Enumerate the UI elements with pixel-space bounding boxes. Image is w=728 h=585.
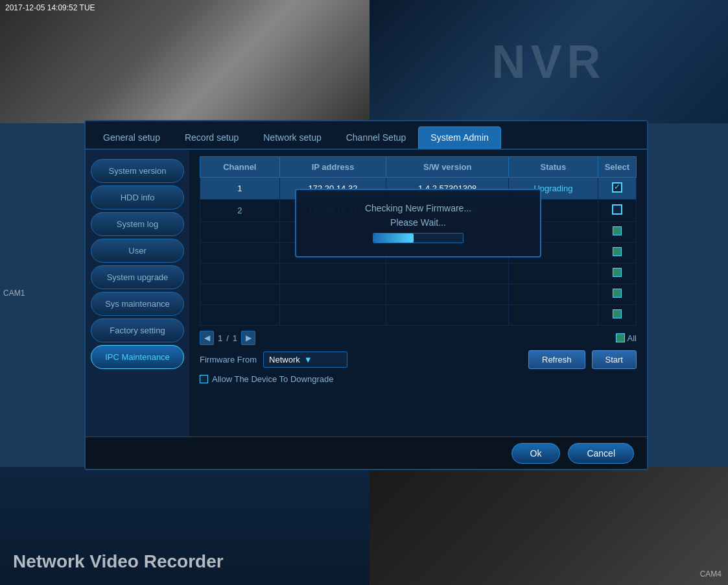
table-cell-status-4 [509,263,598,284]
refresh-button[interactable]: Refresh [528,350,585,369]
dialog-footer: Ok Cancel [86,436,647,469]
col-header-status: Status [509,157,598,178]
checking-message-line1: Checking New Firmware... [309,203,527,213]
firmware-checking-overlay: Checking New Firmware... Please Wait... [295,189,541,257]
camera-feed-bottom-right: CAM4 [370,467,728,585]
row-checkbox-1[interactable] [612,204,622,215]
table-cell-channel-0: 1 [200,178,280,200]
tab-system-admin[interactable]: System Admin [418,126,500,149]
page-separator: / [226,333,229,343]
timestamp: 2017-12-05 14:09:52 TUE [5,3,95,12]
table-cell-sw-5 [386,284,509,305]
table-cell-select-6[interactable] [598,305,636,326]
firmware-from-label: Firmware From [200,355,257,364]
tab-network-setup[interactable]: Network setup [251,126,333,149]
row-teal-checkbox-4[interactable] [613,268,622,277]
col-header-ip: IP address [279,157,386,178]
firmware-from-row: Firmware From Network ▼ Refresh Start [200,350,637,369]
row-checkbox-0[interactable] [612,182,622,193]
table-cell-channel-4 [200,263,280,284]
table-cell-sw-4 [386,263,509,284]
all-checkbox[interactable] [616,333,625,342]
sidebar-item-sys-maintenance[interactable]: Sys maintenance [91,292,184,316]
tab-bar: General setup Record setup Network setup… [86,121,647,150]
sidebar-item-factory-setting[interactable]: Factory setting [91,318,184,342]
progress-bar-container [373,233,464,243]
row-teal-checkbox-6[interactable] [613,309,622,318]
sidebar-item-hdd-info[interactable]: HDD info [91,185,184,209]
table-cell-status-6 [509,305,598,326]
sidebar-item-user[interactable]: User [91,239,184,263]
table-cell-select-5[interactable] [598,284,636,305]
camera-feed-top-right: NVR [370,0,728,123]
pagination: ◀ 1 / 1 ▶ All [200,331,637,345]
progress-bar-fill [373,233,414,243]
cancel-button[interactable]: Cancel [568,443,634,464]
col-header-select: Select [598,157,636,178]
checking-message-line2: Please Wait... [309,217,527,228]
row-teal-checkbox-3[interactable] [613,247,622,256]
row-teal-checkbox-2[interactable] [613,226,622,235]
tab-channel-setup[interactable]: Channel Setup [334,126,419,149]
table-cell-channel-2 [200,222,280,243]
prev-page-button[interactable]: ◀ [200,331,214,345]
nvr-logo: NVR [491,35,605,88]
downgrade-checkbox[interactable] [200,375,208,383]
table-cell-channel-3 [200,243,280,263]
total-pages: 1 [233,333,237,343]
next-page-button[interactable]: ▶ [241,331,255,345]
tab-general-setup[interactable]: General setup [91,126,172,149]
downgrade-row: Allow The Device To Downgrade [200,374,637,384]
content-area: Channel IP address S/W version Status Se… [189,150,647,464]
current-page: 1 [218,333,222,343]
table-cell-channel-1: 2 [200,200,280,222]
sidebar-item-system-version[interactable]: System version [91,159,184,183]
table-cell-select-4[interactable] [598,263,636,284]
downgrade-label: Allow The Device To Downgrade [212,374,333,384]
all-label: All [628,333,637,343]
sidebar-item-system-log[interactable]: System log [91,212,184,236]
cam1-label: CAM1 [3,289,25,298]
col-header-sw: S/W version [386,157,509,178]
main-dialog: General setup Record setup Network setup… [84,120,648,470]
table-cell-ip-4 [279,263,386,284]
row-teal-checkbox-5[interactable] [613,289,622,298]
dialog-body: System version HDD info System log User … [86,150,647,464]
table-cell-channel-5 [200,284,280,305]
camera-feed-bottom-left: Network Video Recorder [0,467,370,585]
col-header-channel: Channel [200,157,280,178]
table-cell-select-3[interactable] [598,243,636,263]
ok-button[interactable]: Ok [511,443,561,464]
sidebar-item-ipc-maintenance[interactable]: IPC Maintenance [91,345,184,369]
table-cell-sw-6 [386,305,509,326]
tab-record-setup[interactable]: Record setup [172,126,251,149]
sidebar: System version HDD info System log User … [86,150,189,464]
firmware-source-select[interactable]: Network ▼ [263,352,347,368]
table-cell-select-2[interactable] [598,222,636,243]
table-cell-select-0[interactable] [598,178,636,200]
nvr-text: Network Video Recorder [13,551,224,572]
table-cell-status-5 [509,284,598,305]
table-cell-channel-6 [200,305,280,326]
camera-feed-top-left [0,0,370,123]
table-cell-select-1[interactable] [598,200,636,222]
all-checkbox-container: All [616,333,637,343]
firmware-source-value: Network [269,355,300,364]
table-cell-ip-5 [279,284,386,305]
cam4-label: CAM4 [700,569,722,579]
sidebar-item-system-upgrade[interactable]: System upgrade [91,265,184,289]
start-button[interactable]: Start [592,350,637,369]
select-arrow-icon: ▼ [304,355,312,364]
table-cell-ip-6 [279,305,386,326]
